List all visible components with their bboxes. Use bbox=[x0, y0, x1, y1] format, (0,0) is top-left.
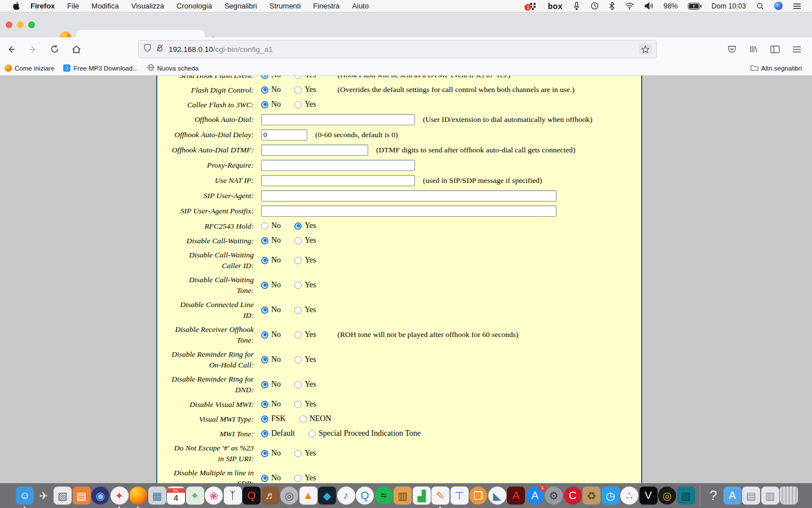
radio-option-no[interactable]: No bbox=[261, 400, 281, 409]
radio-option-yes[interactable]: Yes bbox=[294, 100, 316, 109]
dock-icon-books[interactable]: ❐ bbox=[469, 487, 487, 505]
radio-option-default[interactable]: Default bbox=[261, 429, 295, 438]
dock-icon-image-viewer[interactable]: ▦ bbox=[148, 487, 166, 505]
close-window-button[interactable] bbox=[6, 21, 12, 28]
menu-item-file[interactable]: File bbox=[61, 2, 85, 10]
text-field[interactable] bbox=[261, 175, 415, 186]
dock-icon-photos[interactable]: ❀ bbox=[205, 487, 223, 505]
radio-option-yes[interactable]: Yes bbox=[294, 380, 316, 389]
dock-icon-safari[interactable]: ✦ bbox=[111, 487, 129, 505]
dock-icon-coin-app[interactable]: ◎ bbox=[658, 487, 676, 505]
dock-icon-color-dots-app[interactable]: ∴ bbox=[620, 487, 638, 505]
radio-selected-icon[interactable] bbox=[261, 430, 268, 437]
radio-unselected-icon[interactable] bbox=[294, 331, 302, 339]
shield-icon[interactable] bbox=[143, 43, 152, 55]
radio-option-no[interactable]: No bbox=[261, 85, 281, 94]
radio-selected-icon[interactable] bbox=[261, 237, 268, 244]
radio-selected-icon[interactable] bbox=[261, 475, 268, 482]
radio-unselected-icon[interactable] bbox=[294, 76, 302, 79]
menu-item-segnalibri[interactable]: Segnalibri bbox=[218, 2, 263, 10]
radio-selected-icon[interactable] bbox=[261, 257, 268, 264]
radio-selected-icon[interactable] bbox=[294, 222, 302, 230]
zoom-window-button[interactable] bbox=[28, 21, 35, 28]
dock-icon-preview[interactable]: ▧ bbox=[54, 487, 72, 505]
radio-option-no[interactable]: No bbox=[261, 355, 281, 364]
reload-button[interactable] bbox=[44, 45, 65, 54]
radio-selected-icon[interactable] bbox=[261, 381, 268, 388]
dock-icon-spotify[interactable]: ≈ bbox=[375, 487, 393, 505]
menu-item-modifica[interactable]: Modifica bbox=[85, 2, 125, 10]
radio-option-yes[interactable]: Yes bbox=[294, 85, 316, 94]
search-icon[interactable] bbox=[751, 2, 769, 10]
dock-icon-qmidi-figure[interactable]: ᛉ bbox=[224, 487, 242, 505]
bookmark-star-icon[interactable] bbox=[639, 44, 652, 55]
radio-option-yes[interactable]: Yes bbox=[294, 76, 316, 80]
url-bar[interactable]: 192.168.0.10/cgi-bin/config_a1 bbox=[138, 40, 657, 58]
radio-unselected-icon[interactable] bbox=[294, 306, 302, 314]
dock-icon-downloads-stack[interactable]: ▤ bbox=[742, 487, 760, 505]
radio-option-no[interactable]: No bbox=[261, 221, 281, 230]
text-field[interactable] bbox=[261, 129, 307, 141]
url-text[interactable]: 192.168.0.10/cgi-bin/config_a1 bbox=[169, 45, 639, 54]
radio-selected-icon[interactable] bbox=[261, 401, 268, 408]
radio-unselected-icon[interactable] bbox=[294, 101, 302, 108]
radio-option-no[interactable]: No bbox=[261, 100, 281, 109]
box-logo[interactable]: box bbox=[542, 2, 567, 11]
radio-option-yes[interactable]: Yes bbox=[294, 221, 316, 230]
apple-menu-icon[interactable] bbox=[8, 2, 24, 10]
menu-item-strumenti[interactable]: Strumenti bbox=[263, 2, 307, 10]
radio-option-yes[interactable]: Yes bbox=[294, 305, 316, 314]
dock-icon-help[interactable]: ? bbox=[704, 487, 722, 505]
dock-icon-app-store[interactable]: A1 bbox=[526, 487, 544, 505]
bookmark-free-mp3[interactable]: ♪ Free MP3 Download... bbox=[59, 64, 142, 72]
menu-item-cronologia[interactable]: Cronologia bbox=[170, 2, 218, 10]
radio-unselected-icon[interactable] bbox=[294, 401, 302, 408]
dock-icon-nikon-viewer[interactable]: V bbox=[639, 487, 657, 505]
dock-icon-timer-app[interactable]: ◷ bbox=[602, 487, 620, 505]
text-field[interactable] bbox=[261, 144, 368, 156]
time-machine-icon[interactable] bbox=[585, 2, 604, 10]
menu-item-finestra[interactable]: Finestra bbox=[307, 2, 346, 10]
dock-icon-organizer[interactable]: ▤ bbox=[73, 487, 91, 505]
siri-icon[interactable] bbox=[769, 2, 788, 10]
home-button[interactable] bbox=[65, 45, 87, 54]
radio-unselected-icon[interactable] bbox=[294, 86, 302, 94]
radio-option-fsk[interactable]: FSK bbox=[261, 414, 286, 423]
bookmark-come-iniziare[interactable]: Come iniziare bbox=[0, 64, 59, 72]
minimize-window-button[interactable] bbox=[17, 21, 24, 28]
dock-icon-pages[interactable]: ✎ bbox=[431, 487, 449, 505]
dock-icon-dvd-player[interactable]: ◎ bbox=[280, 487, 298, 505]
dock-icon-toolbag[interactable]: ♻ bbox=[582, 487, 601, 505]
text-field[interactable] bbox=[261, 205, 557, 217]
dock-icon-siri[interactable]: ◉ bbox=[91, 487, 109, 505]
bluetooth-icon[interactable] bbox=[604, 2, 620, 10]
radio-selected-icon[interactable] bbox=[261, 86, 268, 94]
radio-unselected-icon[interactable] bbox=[294, 450, 302, 457]
radio-unselected-icon[interactable] bbox=[294, 257, 302, 264]
dock-icon-quicktime[interactable]: Q bbox=[356, 487, 374, 505]
radio-unselected-icon[interactable] bbox=[294, 237, 302, 244]
dock-icon-ccleaner[interactable]: C bbox=[564, 487, 582, 505]
dock-icon-box-app[interactable]: ▥ bbox=[394, 487, 412, 505]
back-button[interactable] bbox=[0, 45, 22, 54]
menu-item-firefox[interactable]: Firefox bbox=[24, 2, 61, 10]
radio-unselected-icon[interactable] bbox=[308, 430, 316, 437]
radio-option-yes[interactable]: Yes bbox=[294, 449, 316, 458]
radio-option-no[interactable]: No bbox=[261, 449, 281, 458]
volume-icon[interactable] bbox=[639, 2, 659, 10]
wifi-icon[interactable] bbox=[620, 2, 639, 10]
radio-option-yes[interactable]: Yes bbox=[294, 256, 316, 265]
text-field[interactable] bbox=[261, 114, 415, 125]
radio-selected-icon[interactable] bbox=[261, 415, 268, 423]
radio-selected-icon[interactable] bbox=[261, 331, 268, 339]
dock-icon-teal-columns-app[interactable]: ▥ bbox=[677, 487, 695, 505]
radio-option-yes[interactable]: Yes bbox=[294, 281, 316, 290]
radio-selected-icon[interactable] bbox=[261, 306, 268, 314]
pocket-icon[interactable] bbox=[721, 45, 743, 54]
radio-selected-icon[interactable] bbox=[261, 76, 268, 79]
dock-icon-applications-folder[interactable]: A bbox=[723, 487, 742, 505]
radio-unselected-icon[interactable] bbox=[294, 475, 302, 482]
radio-option-yes[interactable]: Yes bbox=[294, 236, 316, 245]
radio-selected-icon[interactable] bbox=[261, 101, 268, 108]
menu-item-aiuto[interactable]: Aiuto bbox=[346, 2, 375, 10]
